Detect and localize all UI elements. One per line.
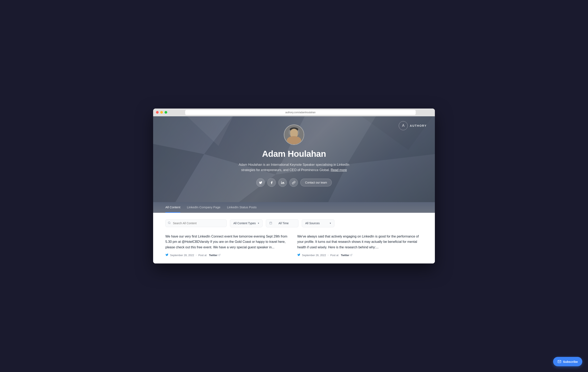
subscribe-button[interactable]: Subscribe bbox=[553, 357, 582, 366]
facebook-link[interactable] bbox=[267, 178, 276, 187]
hero-content: Adam Houlahan Adam Houlahan is an Intern… bbox=[157, 124, 431, 187]
minimize-button[interactable] bbox=[160, 111, 163, 114]
address-bar[interactable]: authory.com/adamhoulahan bbox=[185, 110, 416, 115]
svg-point-14 bbox=[290, 127, 298, 131]
search-icon bbox=[168, 222, 171, 225]
svg-rect-12 bbox=[292, 136, 296, 139]
svg-point-17 bbox=[289, 130, 291, 135]
maximize-button[interactable] bbox=[165, 111, 167, 114]
search-container bbox=[165, 219, 227, 227]
tab-linkedin-company[interactable]: LinkedIn Company Page bbox=[187, 202, 220, 213]
page-content: A AUTHORY bbox=[153, 116, 435, 263]
avatar-image bbox=[284, 125, 304, 144]
content-grid: We have our very first LinkedIn Connect … bbox=[165, 234, 423, 257]
all-time-label: All Time bbox=[278, 222, 289, 225]
twitter-link[interactable] bbox=[256, 178, 265, 187]
post-source-link[interactable]: Post at Twitter bbox=[330, 254, 352, 257]
svg-point-15 bbox=[292, 132, 293, 133]
browser-titlebar: authory.com/adamhoulahan bbox=[153, 109, 435, 116]
close-button[interactable] bbox=[156, 111, 159, 114]
svg-point-16 bbox=[295, 132, 296, 133]
url-text: authory.com/adamhoulahan bbox=[285, 111, 316, 114]
content-card: We have our very first LinkedIn Connect … bbox=[165, 234, 291, 257]
tabs-list: All Content LinkedIn Company Page Linked… bbox=[165, 202, 423, 213]
profile-name: Adam Houlahan bbox=[157, 149, 431, 159]
read-more-link[interactable]: Read more bbox=[331, 168, 347, 172]
profile-bio: Adam Houlahan is an International Keynot… bbox=[233, 162, 355, 173]
content-area: All Content Types ▾ All Time bbox=[153, 213, 435, 263]
tab-all-content[interactable]: All Content bbox=[165, 202, 180, 213]
post-meta: September 28, 2022 • Post at Twitter bbox=[165, 253, 291, 257]
chevron-down-icon: ▾ bbox=[258, 222, 259, 225]
tab-linkedin-status[interactable]: LinkedIn Status Posts bbox=[227, 202, 257, 213]
content-types-dropdown[interactable]: All Content Types ▾ bbox=[230, 219, 262, 227]
tabs-section: All Content LinkedIn Company Page Linked… bbox=[153, 202, 435, 213]
svg-point-11 bbox=[287, 138, 301, 144]
external-link-icon bbox=[350, 254, 352, 257]
search-input[interactable] bbox=[165, 219, 227, 227]
post-date: September 26, 2022 bbox=[302, 254, 326, 257]
contact-button[interactable]: Contact our team bbox=[300, 179, 332, 186]
calendar-icon bbox=[269, 222, 272, 225]
separator: • bbox=[196, 254, 197, 257]
linkedin-link[interactable] bbox=[278, 178, 287, 187]
browser-window: authory.com/adamhoulahan bbox=[153, 109, 435, 263]
svg-point-13 bbox=[290, 129, 298, 138]
filters-bar: All Content Types ▾ All Time bbox=[165, 219, 423, 227]
subscribe-label: Subscribe bbox=[563, 360, 578, 363]
separator: • bbox=[328, 254, 329, 257]
svg-rect-21 bbox=[270, 222, 272, 224]
all-sources-label: All Sources bbox=[305, 222, 320, 225]
post-date: September 28, 2022 bbox=[170, 254, 194, 257]
post-meta: September 26, 2022 • Post at Twitter bbox=[297, 253, 423, 257]
social-links: Contact our team bbox=[157, 178, 431, 187]
svg-line-26 bbox=[351, 254, 352, 255]
all-time-dropdown[interactable]: All Time bbox=[266, 219, 298, 227]
svg-point-18 bbox=[297, 130, 299, 135]
link-icon[interactable] bbox=[289, 178, 298, 187]
svg-point-20 bbox=[168, 222, 170, 224]
content-card: We've always said that actively engaging… bbox=[297, 234, 423, 257]
external-link-icon bbox=[218, 254, 220, 257]
chevron-down-icon-sources: ▾ bbox=[330, 222, 331, 225]
twitter-icon bbox=[297, 253, 300, 257]
svg-point-19 bbox=[281, 181, 282, 182]
all-sources-dropdown[interactable]: All Sources ▾ bbox=[302, 219, 335, 227]
mail-icon bbox=[557, 360, 561, 363]
post-text: We have our very first LinkedIn Connect … bbox=[165, 234, 291, 250]
avatar bbox=[284, 124, 304, 145]
post-text: We've always said that actively engaging… bbox=[297, 234, 423, 250]
post-source-link[interactable]: Post at Twitter bbox=[198, 254, 220, 257]
svg-line-25 bbox=[219, 254, 220, 255]
content-types-label: All Content Types bbox=[233, 222, 256, 225]
hero-section: A AUTHORY bbox=[153, 116, 435, 202]
twitter-icon bbox=[165, 253, 168, 257]
